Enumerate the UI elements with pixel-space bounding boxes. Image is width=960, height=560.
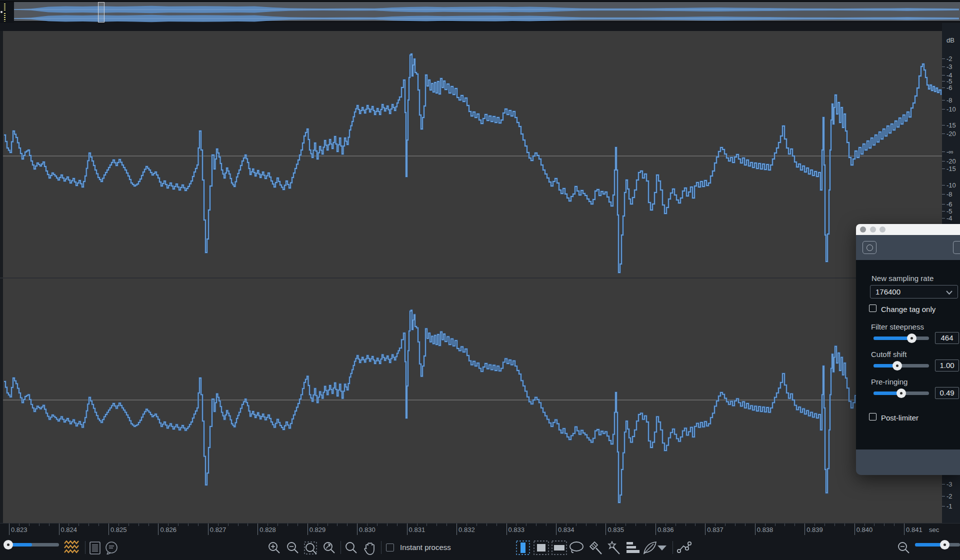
time-tick-label: 0.828 bbox=[260, 526, 276, 534]
time-tick-label: 0.827 bbox=[210, 526, 226, 534]
feather-tool-icon[interactable] bbox=[642, 541, 658, 555]
module-icon-button-partial[interactable] bbox=[953, 241, 960, 254]
time-tick-major bbox=[506, 524, 507, 536]
db-tick bbox=[942, 152, 945, 152]
db-tick bbox=[942, 506, 945, 506]
time-tick-minor bbox=[188, 524, 188, 526]
pre-ringing-value[interactable]: 0.49 bbox=[935, 387, 959, 399]
db-tick bbox=[942, 109, 945, 110]
cutoff-shift-handle[interactable] bbox=[892, 361, 902, 370]
time-tick-label: 0.836 bbox=[658, 526, 674, 534]
waveform-view-icon[interactable] bbox=[64, 540, 79, 554]
time-tick-major bbox=[59, 524, 60, 536]
toolbar-separator bbox=[340, 541, 341, 554]
time-tick-minor bbox=[695, 524, 696, 526]
dialog-titlebar[interactable] bbox=[856, 224, 960, 235]
node-curve-tool-icon[interactable] bbox=[676, 541, 692, 555]
lasso-tool-icon[interactable] bbox=[569, 542, 584, 555]
time-tick-minor bbox=[636, 524, 636, 526]
db-tick-label: -8 bbox=[946, 190, 952, 198]
db-tick bbox=[942, 88, 945, 88]
db-tick-label: -20 bbox=[946, 130, 956, 138]
time-tick-major bbox=[208, 524, 208, 536]
sampling-rate-label: New sampling rate bbox=[872, 274, 934, 282]
time-tick-minor bbox=[496, 524, 497, 526]
time-tick-minor bbox=[666, 524, 666, 526]
time-tick-label: 0.835 bbox=[608, 526, 624, 534]
time-tick-label: 0.826 bbox=[160, 526, 176, 534]
time-tick-major bbox=[258, 524, 258, 536]
overview-strip[interactable] bbox=[0, 1, 960, 22]
time-tick-minor bbox=[834, 524, 835, 526]
window-zoom-button[interactable] bbox=[880, 226, 886, 232]
zoom-out-icon[interactable] bbox=[286, 542, 299, 554]
magnifier-tool-icon[interactable] bbox=[345, 542, 358, 554]
time-selection-tool-icon[interactable] bbox=[516, 540, 530, 555]
db-tick bbox=[942, 66, 945, 67]
time-tick-minor bbox=[29, 524, 30, 526]
comment-bubble-icon[interactable] bbox=[105, 542, 118, 554]
filter-steepness-value[interactable]: 464 bbox=[935, 332, 959, 344]
time-tick-minor bbox=[377, 524, 378, 526]
adaptive-bars-icon[interactable] bbox=[625, 542, 640, 554]
zoom-selection-icon[interactable] bbox=[304, 542, 319, 555]
window-minimize-button[interactable] bbox=[870, 226, 876, 232]
time-tick-minor bbox=[486, 524, 487, 526]
time-tick-minor bbox=[367, 524, 368, 526]
time-tick-major bbox=[108, 524, 109, 536]
time-tick-minor bbox=[298, 524, 298, 526]
cutoff-shift-value[interactable]: 1.00 bbox=[935, 360, 959, 372]
overview-waveform bbox=[0, 2, 960, 23]
db-tick-label: -3 bbox=[946, 63, 952, 70]
time-tick-minor bbox=[278, 524, 278, 526]
filter-steepness-handle[interactable] bbox=[907, 334, 916, 343]
db-tick bbox=[942, 211, 945, 212]
change-tag-only-label: Change tag only bbox=[881, 305, 936, 314]
db-tick-label: -10 bbox=[946, 182, 956, 189]
db-tick bbox=[942, 58, 945, 59]
magic-wand-tool-icon[interactable] bbox=[607, 541, 621, 555]
right-slider-handle[interactable] bbox=[940, 540, 950, 550]
left-slider-handle[interactable] bbox=[4, 540, 13, 550]
hzoom-out-icon[interactable] bbox=[898, 542, 910, 554]
frequency-selection-tool-icon[interactable] bbox=[552, 540, 567, 555]
post-limiter-checkbox[interactable] bbox=[869, 413, 876, 420]
time-tick-minor bbox=[228, 524, 228, 526]
brush-tool-icon[interactable] bbox=[589, 541, 604, 555]
time-tick-minor bbox=[516, 524, 516, 526]
time-tick-minor bbox=[686, 524, 686, 526]
instant-process-checkbox[interactable] bbox=[386, 544, 394, 552]
db-tick bbox=[942, 484, 945, 484]
overview-marker-ticks bbox=[4, 13, 6, 22]
time-tick-minor bbox=[248, 524, 248, 526]
time-tick-minor bbox=[426, 524, 427, 526]
time-tick-minor bbox=[198, 524, 198, 526]
time-tick-minor bbox=[616, 524, 616, 526]
time-unit-label: sec bbox=[929, 526, 939, 534]
hand-pan-icon[interactable] bbox=[364, 542, 376, 555]
time-tick-label: 0.837 bbox=[707, 526, 724, 534]
change-tag-only-checkbox[interactable] bbox=[869, 304, 876, 312]
zoom-in-icon[interactable] bbox=[268, 542, 280, 554]
db-tick bbox=[942, 218, 945, 218]
time-tick-major bbox=[556, 524, 556, 536]
zoom-fit-icon[interactable] bbox=[323, 542, 336, 554]
document-list-icon[interactable] bbox=[89, 542, 101, 554]
window-close-button[interactable] bbox=[860, 226, 866, 232]
time-tick-minor bbox=[626, 524, 626, 526]
overview-selection-region[interactable] bbox=[98, 2, 104, 22]
sampling-rate-dropdown[interactable]: 176400 bbox=[870, 285, 958, 298]
time-tick-major bbox=[158, 524, 158, 536]
dialog-footer bbox=[856, 450, 960, 475]
main-waveform-area[interactable] bbox=[0, 23, 942, 523]
feather-dropdown-arrow-icon[interactable] bbox=[656, 544, 668, 552]
module-icon-button[interactable] bbox=[862, 241, 876, 254]
cutoff-shift-label: Cutoff shift bbox=[871, 350, 906, 358]
db-tick-label: -2 bbox=[946, 492, 952, 500]
pre-ringing-handle[interactable] bbox=[896, 388, 906, 398]
time-tick-label: 0.831 bbox=[409, 526, 426, 534]
time-tick-minor bbox=[536, 524, 536, 526]
time-tick-minor bbox=[128, 524, 129, 526]
instant-process-label: Instant process bbox=[400, 543, 451, 552]
time-frequency-selection-tool-icon[interactable] bbox=[534, 540, 549, 555]
